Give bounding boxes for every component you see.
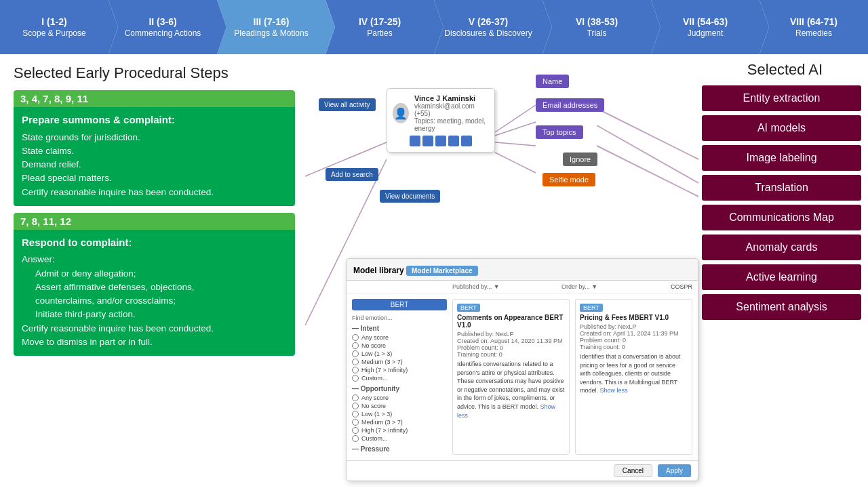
- selfie-mode-bubble-tag[interactable]: Selfie mode: [542, 173, 595, 186]
- nav-item-4[interactable]: IV (17-25) Parties: [326, 0, 434, 54]
- step-content-1: Prepare summons & complaint: State groun…: [14, 107, 295, 206]
- model-card-2: BERT Pricing & Fees MBERT V1.0 Published…: [575, 299, 692, 455]
- nav-num-4: IV (17-25): [359, 16, 401, 27]
- model-footer: Cancel Apply: [347, 460, 698, 481]
- svg-line-2: [495, 105, 536, 132]
- step-content-2: Respond to complaint: Answer: Admit or d…: [14, 230, 295, 356]
- col-header-empty: [352, 283, 447, 290]
- nav-item-3[interactable]: III (7-16) Pleadings & Motions: [217, 0, 326, 54]
- nav-num-2: II (3-6): [149, 16, 176, 27]
- pressure-section-title: — Pressure: [352, 445, 447, 453]
- nav-num-3: III (7-16): [254, 16, 290, 27]
- name-bubble-tag[interactable]: Name: [536, 75, 569, 88]
- view-documents-button[interactable]: View documents: [380, 190, 440, 203]
- nav-label-6: Trials: [587, 28, 607, 38]
- card-toolbar: [393, 136, 489, 146]
- toolbar-icon-2[interactable]: [422, 136, 433, 146]
- show-less-1[interactable]: Show less: [457, 403, 555, 419]
- step-block-2: 7, 8, 11, 12 Respond to complaint: Answe…: [14, 213, 295, 356]
- opp-custom[interactable]: Custom...: [352, 435, 447, 442]
- intent-any-score[interactable]: Any score: [352, 334, 447, 341]
- svg-line-6: [597, 108, 698, 159]
- ai-item-ai-models[interactable]: AI models: [702, 115, 861, 141]
- model-card-meta-2: Published by: NexLP Created on: April 11…: [580, 323, 688, 350]
- toolbar-icon-1[interactable]: [410, 136, 420, 146]
- person-header: 👤 Vince J Kaminski vkaminski@aol.com (+5…: [393, 94, 489, 132]
- nav-item-5[interactable]: V (26-37) Disclosures & Discovery: [434, 0, 542, 54]
- step-item-2-6: Move to dismiss in part or in full.: [22, 336, 287, 349]
- nav-num-6: VI (38-53): [576, 16, 618, 27]
- show-less-2[interactable]: Show less: [600, 387, 628, 394]
- nav-label-2: Commencing Actions: [125, 28, 201, 38]
- step-item-1-2: State claims.: [22, 144, 287, 158]
- intent-low[interactable]: Low (1 > 3): [352, 350, 447, 357]
- model-cancel-button[interactable]: Cancel: [614, 464, 652, 477]
- email-bubble-tag[interactable]: Email addresses: [536, 98, 604, 112]
- ai-item-entity-extraction[interactable]: Entity extraction: [702, 85, 861, 111]
- model-cards: BERT Comments on Appearance BERT V1.0 Pu…: [452, 299, 692, 455]
- step-item-1-1: State grounds for jurisdiction.: [22, 131, 287, 144]
- bert-badge-2: BERT: [580, 304, 603, 312]
- person-info: Vince J Kaminski vkaminski@aol.com (+55)…: [414, 94, 489, 132]
- ai-item-communications-map[interactable]: Communications Map: [702, 205, 861, 230]
- model-library-title: Model library: [353, 266, 404, 275]
- toolbar-icon-5[interactable]: [461, 136, 472, 146]
- svg-line-8: [597, 146, 698, 197]
- right-panel-title: Selected AI: [702, 61, 861, 79]
- model-apply-button[interactable]: Apply: [658, 464, 691, 477]
- step-item-1-5: Certify reasonable inquire has been cond…: [22, 186, 287, 199]
- intent-medium[interactable]: Medium (3 > 7): [352, 359, 447, 365]
- find-emotion-placeholder[interactable]: Find emotion...: [352, 314, 447, 321]
- opp-high[interactable]: High (7 > Infinity): [352, 427, 447, 434]
- col-header-cospr: COSPR: [671, 283, 692, 290]
- view-all-activity-button[interactable]: View all activity: [319, 98, 376, 111]
- svg-line-4: [495, 142, 536, 146]
- toolbar-icon-3[interactable]: [435, 136, 446, 146]
- nav-item-2[interactable]: II (3-6) Commencing Actions: [108, 0, 217, 54]
- person-topics: Topics: meeting, model, energy: [414, 117, 489, 132]
- ai-item-sentiment-analysis[interactable]: Sentiment analysis: [702, 294, 861, 320]
- nav-num-7: VII (54-63): [683, 16, 728, 27]
- step-item-1-4: Plead special matters.: [22, 171, 287, 185]
- model-card-title-1: Comments on Appearance BERT V1.0: [457, 314, 565, 329]
- nav-item-6[interactable]: VI (38-53) Trials: [542, 0, 651, 54]
- ignore-bubble-tag[interactable]: Ignore: [563, 152, 597, 166]
- intent-custom[interactable]: Custom...: [352, 375, 447, 382]
- person-name: Vince J Kaminski: [414, 94, 489, 102]
- ai-item-anomaly-cards[interactable]: Anomaly cards: [702, 235, 861, 260]
- nav-label-3: Pleadings & Motions: [234, 28, 308, 38]
- model-col-headers: Published by... ▼ Order by... ▼ COSPR: [347, 281, 698, 293]
- ai-item-image-labeling[interactable]: Image labeling: [702, 145, 861, 171]
- ai-item-active-learning[interactable]: Active learning: [702, 264, 861, 290]
- step-item-2-1: Admit or deny allegation;: [35, 267, 287, 281]
- intent-no-score[interactable]: No score: [352, 342, 447, 349]
- nav-item-8[interactable]: VIII (64-71) Remedies: [760, 0, 868, 54]
- opp-any-score[interactable]: Any score: [352, 394, 447, 401]
- ai-item-translation[interactable]: Translation: [702, 175, 861, 201]
- toolbar-icon-4[interactable]: [448, 136, 459, 146]
- nav-item-7[interactable]: VII (54-63) Judgment: [651, 0, 760, 54]
- opp-no-score[interactable]: No score: [352, 403, 447, 409]
- model-card-desc-2: Identifies that a conversation is about …: [580, 352, 688, 395]
- nav-label-7: Judgment: [688, 28, 724, 38]
- model-card-1: BERT Comments on Appearance BERT V1.0 Pu…: [452, 299, 570, 455]
- intent-high[interactable]: High (7 > Infinity): [352, 367, 447, 373]
- model-library-panel: Model library Model Marketplace Publishe…: [346, 258, 698, 481]
- opp-medium[interactable]: Medium (3 > 7): [352, 419, 447, 426]
- add-to-search-button[interactable]: Add to search: [326, 168, 378, 181]
- nav-label-5: Disclosures & Discovery: [444, 28, 532, 38]
- step-block-1: 3, 4, 7, 8, 9, 11 Prepare summons & comp…: [14, 90, 295, 206]
- bert-badge-1: BERT: [457, 304, 480, 312]
- col-header-published[interactable]: Published by... ▼: [452, 283, 556, 290]
- intent-section-title: — Intent: [352, 325, 447, 332]
- nav-item-1[interactable]: I (1-2) Scope & Purpose: [0, 0, 108, 54]
- model-card-meta-1: Published by: NexLP Created on: August 1…: [457, 331, 565, 358]
- col-header-order[interactable]: Order by... ▼: [561, 283, 665, 290]
- nav-num-5: V (26-37): [469, 16, 508, 27]
- opp-low[interactable]: Low (1 > 3): [352, 411, 447, 418]
- model-marketplace-badge[interactable]: Model Marketplace: [406, 266, 477, 276]
- top-topics-bubble-tag[interactable]: Top topics: [536, 125, 583, 139]
- right-panel: Selected AI Entity extraction AI models …: [698, 54, 868, 331]
- step-item-2-2: Assert affirmative defenses, objections,: [35, 281, 287, 294]
- nav-label-4: Parties: [367, 28, 392, 38]
